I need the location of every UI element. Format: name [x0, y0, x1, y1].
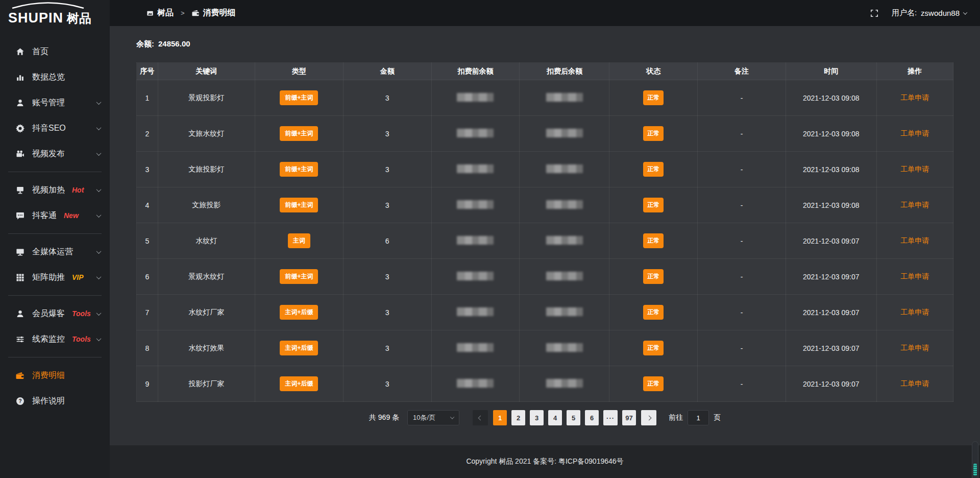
work-order-link[interactable]: 工单申请 — [900, 379, 929, 388]
video-camera-icon — [15, 149, 24, 158]
work-order-link[interactable]: 工单申请 — [900, 165, 929, 173]
goto-label: 前往 — [669, 413, 683, 422]
sidebar-item-data-overview[interactable]: 数据总览 — [0, 64, 110, 90]
cell-index: 5 — [137, 223, 158, 259]
sidebar-item-douketong[interactable]: 抖客通New — [0, 203, 110, 228]
sidebar-item-consumption-detail[interactable]: 消费明细 — [0, 363, 110, 388]
cell-type: 前缀+主词 — [255, 152, 343, 187]
type-badge: 前缀+主词 — [280, 269, 318, 284]
column-header: 状态 — [609, 63, 698, 80]
wallet-icon — [15, 371, 24, 380]
table-row: 3 文旅投影灯 前缀+主词 3 正常 - 2021-12-03 09:08 工单… — [137, 152, 953, 187]
prev-page-button[interactable] — [473, 410, 488, 425]
work-order-link[interactable]: 工单申请 — [900, 272, 929, 280]
logo-arc — [9, 2, 87, 9]
cell-amount: 3 — [343, 152, 431, 187]
sidebar-item-label: 抖客通 — [32, 210, 57, 221]
sidebar-item-matrix-boost[interactable]: 矩阵助推VIP — [0, 265, 110, 290]
cell-index: 8 — [137, 330, 158, 366]
sidebar-item-label: 账号管理 — [32, 98, 65, 108]
page-ellipsis-button[interactable]: ··· — [603, 410, 618, 425]
work-order-link[interactable]: 工单申请 — [900, 93, 929, 102]
pagination: 共 969 条 10条/页 123456···97 前往 页 — [136, 410, 953, 425]
sidebar-item-account-management[interactable]: 账号管理 — [0, 90, 110, 115]
breadcrumb-root[interactable]: 树品 — [157, 8, 174, 18]
content-area: 余额: 24856.00 序号关键词类型金额扣费前余额扣费后余额状态备注时间操作… — [110, 26, 980, 445]
cell-balance-before — [431, 330, 520, 366]
cell-time: 2021-12-03 09:07 — [786, 330, 876, 366]
user-menu[interactable]: 用户名: zswodun88 — [892, 8, 967, 18]
column-header: 操作 — [876, 63, 953, 80]
status-badge: 正常 — [643, 269, 664, 284]
table-row: 8 水纹灯效果 主词+后缀 3 正常 - 2021-12-03 09:07 工单… — [137, 330, 953, 366]
cell-action: 工单申请 — [876, 187, 953, 223]
menu-divider — [8, 172, 102, 172]
chevron-down-icon — [96, 212, 102, 218]
page-button-97[interactable]: 97 — [622, 410, 636, 425]
sidebar-item-label: 视频发布 — [32, 149, 65, 159]
cell-status: 正常 — [609, 295, 698, 330]
page-button-5[interactable]: 5 — [567, 410, 580, 425]
cell-amount: 3 — [343, 80, 431, 116]
floating-widget[interactable] — [972, 441, 978, 478]
page-button-6[interactable]: 6 — [585, 410, 599, 425]
chevron-right-icon — [646, 415, 651, 420]
work-order-link[interactable]: 工单申请 — [900, 236, 929, 245]
type-badge: 主词+后缀 — [280, 341, 318, 355]
column-header: 备注 — [698, 63, 786, 80]
table-row: 5 水纹灯 主词 6 正常 - 2021-12-03 09:07 工单申请 — [137, 223, 953, 259]
cell-remark: - — [698, 259, 786, 295]
page-size-select[interactable]: 10条/页 — [407, 410, 459, 425]
type-badge: 主词+后缀 — [280, 376, 318, 391]
cell-keyword: 水纹灯效果 — [158, 330, 255, 366]
svg-text:?: ? — [18, 398, 21, 404]
sidebar-item-all-media-operation[interactable]: 全媒体运营 — [0, 239, 110, 265]
cell-amount: 3 — [343, 295, 431, 330]
sidebar-item-label: 会员爆客 — [32, 308, 65, 319]
blurred-balance — [457, 164, 494, 173]
cell-status: 正常 — [609, 152, 698, 187]
chat-icon — [15, 211, 24, 220]
menu-tag: VIP — [72, 273, 84, 281]
breadcrumb-current: 消费明细 — [203, 8, 236, 18]
column-header: 序号 — [137, 63, 158, 80]
blurred-balance — [546, 164, 583, 173]
status-badge: 正常 — [643, 126, 664, 141]
work-order-link[interactable]: 工单申请 — [900, 201, 929, 209]
cell-status: 正常 — [609, 187, 698, 223]
cell-balance-after — [520, 295, 609, 330]
sidebar-item-video-heat[interactable]: 视频加热Hot — [0, 177, 110, 203]
cell-balance-before — [431, 80, 520, 116]
member-icon — [15, 309, 24, 318]
page-button-1[interactable]: 1 — [493, 410, 507, 425]
balance-label: 余额: — [136, 39, 154, 49]
work-order-link[interactable]: 工单申请 — [900, 344, 929, 352]
grid-icon — [15, 273, 24, 282]
work-order-link[interactable]: 工单申请 — [900, 129, 929, 137]
goto-page-input[interactable] — [688, 410, 709, 425]
user-icon — [15, 98, 24, 107]
question-icon: ? — [15, 396, 24, 405]
cell-index: 3 — [137, 152, 158, 187]
cell-status: 正常 — [609, 259, 698, 295]
sidebar-item-home[interactable]: 首页 — [0, 39, 110, 64]
cell-balance-before — [431, 223, 520, 259]
blurred-balance — [457, 379, 494, 388]
page-button-3[interactable]: 3 — [530, 410, 544, 425]
sidebar-item-lead-monitor[interactable]: 线索监控Tools — [0, 326, 110, 352]
sidebar-item-operation-guide[interactable]: ?操作说明 — [0, 388, 110, 414]
sidebar-item-douyin-seo[interactable]: 抖音SEO — [0, 115, 110, 141]
page-button-4[interactable]: 4 — [548, 410, 562, 425]
work-order-link[interactable]: 工单申请 — [900, 308, 929, 316]
cell-time: 2021-12-03 09:07 — [786, 259, 876, 295]
chevron-down-icon — [96, 249, 102, 254]
next-page-button[interactable] — [641, 410, 656, 425]
page-button-2[interactable]: 2 — [511, 410, 525, 425]
sidebar-item-member-burst[interactable]: 会员爆客Tools — [0, 301, 110, 326]
cell-remark: - — [698, 366, 786, 402]
fullscreen-icon[interactable] — [870, 9, 878, 17]
cell-amount: 3 — [343, 259, 431, 295]
sidebar-item-video-publish[interactable]: 视频发布 — [0, 141, 110, 166]
cell-amount: 3 — [343, 116, 431, 152]
cell-remark: - — [698, 152, 786, 187]
